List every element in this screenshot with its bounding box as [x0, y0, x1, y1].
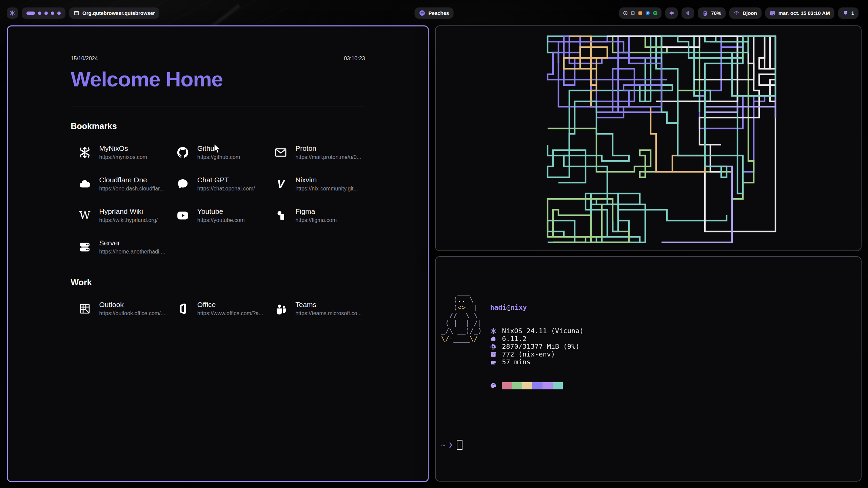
startpage-date: 15/10/2024: [71, 56, 98, 62]
page-title: Welcome Home: [71, 67, 365, 91]
browser-window[interactable]: 15/10/2024 03:10:23 Welcome Home Bookmar…: [7, 25, 429, 482]
bookmark-item[interactable]: Youtubehttps://youtube.com: [169, 200, 267, 231]
bookmark-item[interactable]: Chat GPThttps://chat.openai.com/: [169, 168, 267, 200]
battery-pill[interactable]: 70%: [698, 7, 726, 19]
workspace-dot[interactable]: [38, 12, 41, 15]
bookmark-name: MyNixOs: [99, 144, 147, 152]
tray-spotify-icon[interactable]: [653, 11, 658, 16]
bookmark-item[interactable]: Protonhttps://mail.proton.me/u/0...: [267, 137, 365, 168]
window-title-pill[interactable]: Org.qutebrowser.qutebrowser: [69, 7, 159, 19]
bookmark-url: https://chat.openai.com/: [197, 186, 255, 192]
bookmark-url: https://teams.microsoft.co...: [295, 310, 362, 317]
bookmark-item[interactable]: Cloudflare Onehttps://one.dash.cloudflar…: [71, 168, 169, 200]
bookmark-url: https://www.office.com/?a...: [197, 310, 263, 317]
bookmark-item[interactable]: Githubhttps://github.com: [169, 137, 267, 168]
bookmark-url: https://github.com: [197, 154, 240, 160]
bookmark-item[interactable]: Outlookhttps://outlook.office.com/...: [71, 293, 169, 324]
bookmark-url: https://mynixos.com: [99, 154, 147, 160]
clock-label: mar. oct. 15 03:10 AM: [778, 10, 830, 16]
outlook-icon: [78, 302, 92, 316]
fastfetch-line: 57 mins: [490, 358, 584, 366]
palette-swatch: [532, 382, 542, 389]
notification-count: 1: [851, 10, 854, 16]
palette-swatch: [502, 382, 512, 389]
fastfetch-line: 2870/31377 MiB (9%): [490, 343, 584, 350]
tray-keepass-icon[interactable]: [630, 11, 635, 16]
terminal-window[interactable]: ___ (.. \ (<> | // \ \ ( | | /| _/\ __)/…: [435, 256, 862, 482]
bookmark-url: https://figma.com: [295, 217, 337, 223]
pipes-terminal-window[interactable]: [435, 25, 862, 251]
notifications-pill[interactable]: 1: [838, 7, 859, 19]
battery-percent: 70%: [711, 10, 721, 16]
bookmark-item[interactable]: Officehttps://www.office.com/?a...: [169, 293, 267, 324]
system-tray: [619, 7, 662, 19]
pipes-screensaver: [436, 26, 860, 249]
bookmark-item[interactable]: MyNixOshttps://mynixos.com: [71, 137, 169, 168]
bookmark-item[interactable]: WHyprland Wikihttps://wiki.hyprland.org/: [71, 200, 169, 231]
fastfetch-user: hadi: [490, 304, 506, 311]
tray-disc-icon[interactable]: [623, 11, 628, 16]
tray-orange-icon[interactable]: [638, 11, 643, 16]
workspaces[interactable]: [22, 7, 65, 19]
music-pill[interactable]: Peaches: [415, 7, 454, 19]
battery-icon: [702, 10, 708, 16]
palette-swatch: [553, 382, 563, 389]
server-icon: [78, 240, 92, 254]
tux-ascii-art: ___ (.. \ (<> | // \ \ ( | | /| _/\ __)/…: [441, 288, 482, 343]
bookmark-name: Proton: [295, 144, 361, 152]
workspace-dot[interactable]: [57, 12, 61, 15]
ff-memory-icon: [490, 343, 497, 350]
chat-icon: [176, 177, 190, 191]
bookmark-grid: MyNixOshttps://mynixos.comGithubhttps://…: [71, 137, 365, 263]
bluetooth-pill[interactable]: [682, 7, 694, 19]
speaker-icon: [669, 10, 674, 16]
launcher-button[interactable]: [7, 7, 18, 19]
ff-package-icon: [490, 351, 497, 358]
bookmark-item[interactable]: Figmahttps://figma.com: [267, 200, 365, 231]
network-pill[interactable]: Djoon: [729, 7, 762, 19]
github-icon: [176, 145, 190, 160]
bookmark-sections: Bookmarks MyNixOshttps://mynixos.comGith…: [71, 121, 365, 324]
bell-icon: [843, 10, 848, 16]
bookmark-item[interactable]: Serverhttps://home.anotherhadi....: [71, 231, 169, 263]
bookmark-url: https://nix-community.git...: [295, 186, 358, 192]
bookmark-item[interactable]: Teamshttps://teams.microsoft.co...: [267, 293, 365, 324]
palette-swatch: [542, 382, 553, 389]
bookmark-url: https://outlook.office.com/...: [99, 310, 165, 317]
music-track-label: Peaches: [429, 10, 449, 16]
fastfetch-output: ___ (.. \ (<> | // \ \ ( | | /| _/\ __)/…: [436, 257, 861, 465]
fastfetch-user-host: hadi@nixy: [490, 304, 584, 311]
bookmark-name: Hyprland Wiki: [99, 207, 158, 216]
clock-pill[interactable]: mar. oct. 15 03:10 AM: [765, 7, 834, 19]
bookmark-url: https://youtube.com: [197, 217, 245, 223]
volume-pill[interactable]: [665, 7, 678, 19]
cloud-icon: [78, 177, 92, 191]
prompt-cwd: ~: [441, 441, 445, 449]
top-bar: Org.qutebrowser.qutebrowser Peaches 70% …: [0, 0, 868, 25]
fastfetch-value: 6.11.2: [502, 335, 526, 343]
ff-snowflake-icon: [490, 328, 497, 334]
workspace-active[interactable]: [26, 12, 35, 15]
nix-logo-icon: [9, 10, 15, 16]
shell-prompt[interactable]: ~ ❯: [441, 440, 861, 450]
window-title: Org.qutebrowser.qutebrowser: [82, 10, 155, 16]
palette-icon: [490, 382, 497, 389]
bookmark-item[interactable]: VNixvimhttps://nix-community.git...: [267, 168, 365, 200]
section-heading: Bookmarks: [71, 121, 365, 131]
fastfetch-value: 2870/31377 MiB (9%): [502, 343, 579, 350]
bookmark-name: Github: [197, 144, 240, 152]
ff-kernel-icon: [490, 336, 497, 342]
tray-bluetooth-icon[interactable]: [645, 11, 650, 16]
bookmark-name: Cloudflare One: [99, 176, 164, 184]
bookmark-grid: Outlookhttps://outlook.office.com/...Off…: [71, 293, 365, 324]
wikipedia-icon: W: [78, 208, 92, 223]
workspace-dot[interactable]: [44, 12, 48, 15]
office-icon: [176, 302, 190, 316]
nixos-icon: [78, 145, 92, 160]
mail-icon: [274, 145, 288, 160]
bookmark-name: Chat GPT: [197, 176, 255, 184]
bookmark-name: Office: [197, 301, 263, 309]
color-palette-swatches: [502, 382, 563, 389]
window-icon: [74, 10, 79, 16]
workspace-dot[interactable]: [51, 12, 54, 15]
